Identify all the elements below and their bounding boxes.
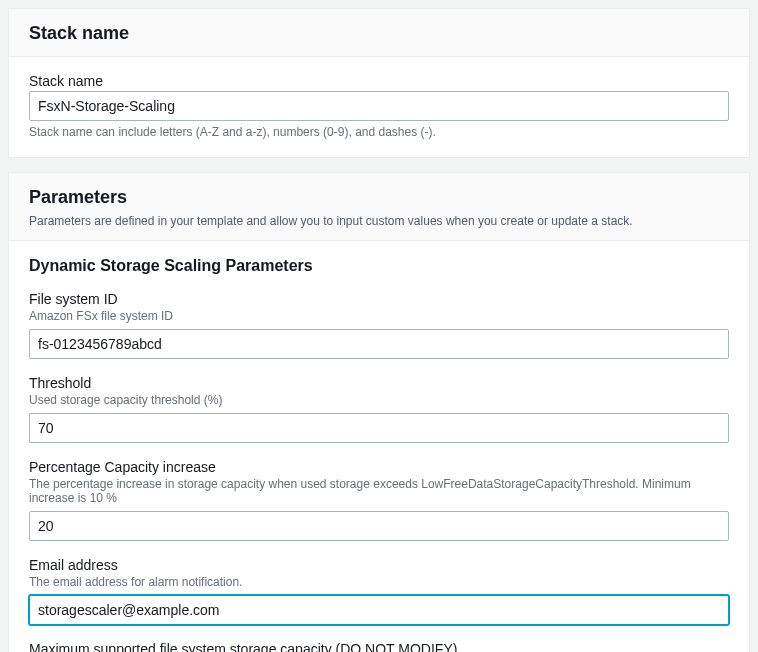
threshold-group: Threshold Used storage capacity threshol…: [29, 375, 729, 443]
email-hint: The email address for alarm notification…: [29, 575, 729, 589]
threshold-hint: Used storage capacity threshold (%): [29, 393, 729, 407]
parameters-group-heading: Dynamic Storage Scaling Parameters: [29, 257, 729, 275]
parameters-body: Dynamic Storage Scaling Parameters File …: [9, 241, 749, 652]
parameters-header: Parameters Parameters are defined in you…: [9, 173, 749, 241]
stack-name-label: Stack name: [29, 73, 729, 89]
email-input[interactable]: [29, 595, 729, 625]
threshold-label: Threshold: [29, 375, 729, 391]
stack-name-input[interactable]: [29, 91, 729, 121]
percentage-increase-hint: The percentage increase in storage capac…: [29, 477, 729, 505]
percentage-increase-group: Percentage Capacity increase The percent…: [29, 459, 729, 541]
email-label: Email address: [29, 557, 729, 573]
file-system-id-group: File system ID Amazon FSx file system ID: [29, 291, 729, 359]
max-capacity-label: Maximum supported file system storage ca…: [29, 641, 729, 652]
parameters-panel: Parameters Parameters are defined in you…: [8, 172, 750, 652]
percentage-increase-label: Percentage Capacity increase: [29, 459, 729, 475]
parameters-desc: Parameters are defined in your template …: [29, 214, 729, 228]
percentage-increase-input[interactable]: [29, 511, 729, 541]
max-capacity-group: Maximum supported file system storage ca…: [29, 641, 729, 652]
file-system-id-input[interactable]: [29, 329, 729, 359]
stack-name-header: Stack name: [9, 9, 749, 57]
stack-name-heading: Stack name: [29, 23, 729, 44]
file-system-id-hint: Amazon FSx file system ID: [29, 309, 729, 323]
parameters-heading: Parameters: [29, 187, 729, 208]
threshold-input[interactable]: [29, 413, 729, 443]
stack-name-body: Stack name Stack name can include letter…: [9, 57, 749, 157]
stack-name-field-group: Stack name Stack name can include letter…: [29, 73, 729, 139]
email-group: Email address The email address for alar…: [29, 557, 729, 625]
stack-name-panel: Stack name Stack name Stack name can inc…: [8, 8, 750, 158]
stack-name-helper: Stack name can include letters (A-Z and …: [29, 125, 729, 139]
file-system-id-label: File system ID: [29, 291, 729, 307]
